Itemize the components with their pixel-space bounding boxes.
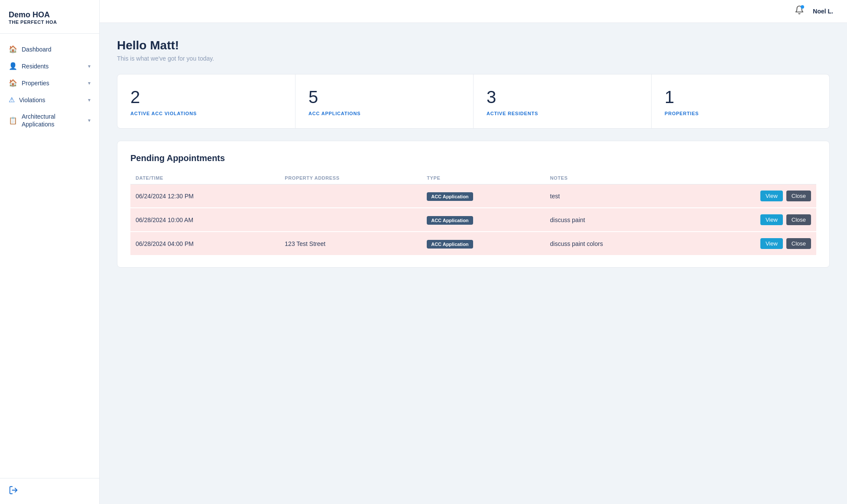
app-name: Demo HOA	[9, 10, 91, 19]
sidebar-logo: Demo HOA THE PERFECT HOA	[0, 0, 99, 34]
close-button[interactable]: Close	[786, 238, 811, 249]
close-button[interactable]: Close	[786, 214, 811, 225]
stat-cards: 2 ACTIVE ACC VIOLATIONS 5 ACC APPLICATIO…	[117, 74, 830, 129]
dashboard-icon: 🏠	[9, 45, 17, 53]
cell-datetime: 06/28/2024 04:00 PM	[130, 232, 279, 255]
sidebar-label-violations: Violations	[19, 97, 45, 103]
col-notes: NOTES	[545, 172, 683, 184]
topbar: Noel L.	[100, 0, 847, 23]
cell-address	[279, 184, 422, 208]
cell-address	[279, 208, 422, 232]
sidebar-label-dashboard: Dashboard	[22, 46, 52, 53]
cell-notes: test	[545, 184, 683, 208]
chevron-down-icon: ▾	[88, 117, 91, 123]
table-row: 06/28/2024 04:00 PM 123 Test Street ACC …	[130, 232, 816, 255]
stat-number-applications: 5	[308, 87, 460, 107]
acc-badge: ACC Application	[427, 240, 473, 249]
sidebar-footer	[0, 478, 99, 504]
chevron-down-icon: ▾	[88, 63, 91, 69]
acc-badge: ACC Application	[427, 216, 473, 225]
main-content: Noel L. Hello Matt! This is what we've g…	[100, 0, 847, 504]
view-button[interactable]: View	[760, 238, 783, 249]
appointments-section: Pending Appointments DATE/TIME PROPERTY …	[117, 141, 830, 268]
sidebar-item-architectural[interactable]: 📋 ArchitecturalApplications ▾	[0, 108, 99, 132]
appointments-table: DATE/TIME PROPERTY ADDRESS TYPE NOTES 06…	[130, 172, 816, 255]
page-content: Hello Matt! This is what we've got for y…	[100, 23, 847, 504]
chevron-down-icon: ▾	[88, 97, 91, 103]
col-type: TYPE	[422, 172, 545, 184]
notification-bell[interactable]	[795, 5, 804, 17]
cell-actions: View Close	[683, 208, 816, 232]
stat-label-properties: PROPERTIES	[665, 111, 816, 116]
stat-card-applications: 5 ACC APPLICATIONS	[295, 74, 474, 128]
stat-number-violations: 2	[130, 87, 282, 107]
page-subtitle: This is what we've got for you today.	[117, 55, 830, 62]
app-subtitle: THE PERFECT HOA	[9, 19, 91, 25]
cell-address: 123 Test Street	[279, 232, 422, 255]
stat-number-residents: 3	[487, 87, 638, 107]
sidebar-item-dashboard[interactable]: 🏠 Dashboard	[0, 41, 99, 58]
cell-datetime: 06/24/2024 12:30 PM	[130, 184, 279, 208]
cell-notes: discuss paint colors	[545, 232, 683, 255]
cell-type: ACC Application	[422, 208, 545, 232]
stat-label-violations: ACTIVE ACC VIOLATIONS	[130, 111, 282, 116]
view-button[interactable]: View	[760, 191, 783, 201]
sidebar-label-architectural: ArchitecturalApplications	[22, 113, 55, 128]
chevron-down-icon: ▾	[88, 80, 91, 86]
cell-notes: discuss paint	[545, 208, 683, 232]
cell-actions: View Close	[683, 184, 816, 208]
cell-datetime: 06/28/2024 10:00 AM	[130, 208, 279, 232]
stat-label-residents: ACTIVE RESIDENTS	[487, 111, 638, 116]
logout-icon[interactable]	[9, 487, 18, 497]
close-button[interactable]: Close	[786, 191, 811, 201]
user-name: Noel L.	[813, 8, 833, 15]
table-row: 06/28/2024 10:00 AM ACC Application disc…	[130, 208, 816, 232]
violations-icon: ⚠	[9, 96, 15, 104]
stat-number-properties: 1	[665, 87, 816, 107]
residents-icon: 👤	[9, 62, 17, 70]
properties-icon: 🏠	[9, 79, 17, 87]
stat-card-residents: 3 ACTIVE RESIDENTS	[474, 74, 652, 128]
appointments-title: Pending Appointments	[130, 153, 816, 163]
cell-type: ACC Application	[422, 184, 545, 208]
cell-actions: View Close	[683, 232, 816, 255]
col-address: PROPERTY ADDRESS	[279, 172, 422, 184]
view-button[interactable]: View	[760, 214, 783, 225]
architectural-icon: 📋	[9, 116, 17, 125]
table-row: 06/24/2024 12:30 PM ACC Application test…	[130, 184, 816, 208]
col-actions	[683, 172, 816, 184]
sidebar-item-residents[interactable]: 👤 Residents ▾	[0, 58, 99, 74]
stat-card-properties: 1 PROPERTIES	[652, 74, 829, 128]
stat-card-violations: 2 ACTIVE ACC VIOLATIONS	[117, 74, 295, 128]
sidebar-nav: 🏠 Dashboard 👤 Residents ▾ 🏠 Properties ▾…	[0, 34, 99, 478]
sidebar-item-violations[interactable]: ⚠ Violations ▾	[0, 91, 99, 108]
col-datetime: DATE/TIME	[130, 172, 279, 184]
cell-type: ACC Application	[422, 232, 545, 255]
sidebar-label-residents: Residents	[22, 63, 49, 70]
acc-badge: ACC Application	[427, 192, 473, 201]
sidebar: Demo HOA THE PERFECT HOA 🏠 Dashboard 👤 R…	[0, 0, 100, 504]
sidebar-label-properties: Properties	[22, 80, 49, 87]
sidebar-item-properties[interactable]: 🏠 Properties ▾	[0, 74, 99, 91]
page-greeting: Hello Matt!	[117, 39, 830, 52]
stat-label-applications: ACC APPLICATIONS	[308, 111, 460, 116]
